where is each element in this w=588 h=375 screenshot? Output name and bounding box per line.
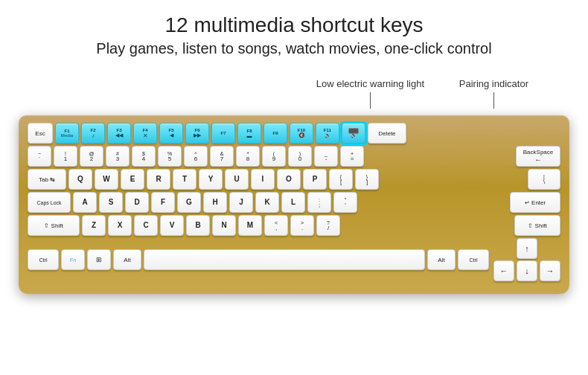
key-ctrl-right[interactable]: Ctrl <box>458 249 489 270</box>
key-y[interactable]: Y <box>199 169 223 190</box>
key-j[interactable]: J <box>229 192 253 213</box>
key-o[interactable]: O <box>277 169 301 190</box>
main-title: 12 multimedia shortcut keys <box>96 13 491 37</box>
bottom-key-row: Ctrl Fn ⊞ Alt Alt Ctrl ↑ ← ↓ → <box>28 238 560 281</box>
key-2[interactable]: @2 <box>80 146 103 167</box>
key-b[interactable]: B <box>186 215 210 236</box>
annotation-line-left <box>370 92 371 109</box>
key-comma[interactable]: <, <box>264 215 288 236</box>
key-caps-lock[interactable]: Caps Lock <box>28 192 71 213</box>
key-arrow-down[interactable]: ↓ <box>517 260 537 281</box>
annotation-row: Low electric warning light Pairing indic… <box>19 78 569 115</box>
key-f11[interactable]: F11🔉 <box>316 123 339 144</box>
low-electric-label: Low electric warning light <box>316 78 424 89</box>
key-6[interactable]: ^6 <box>184 146 208 167</box>
key-f2[interactable]: F2♪ <box>81 123 105 144</box>
key-backspace[interactable]: BackSpace ← <box>516 146 560 167</box>
key-arrow-up[interactable]: ↑ <box>517 238 537 259</box>
number-key-row: ~` !1 @2 #3 $4 %5 ^6 &7 *8 (9 )0 _- += B… <box>28 146 560 167</box>
arrow-key-cluster: ↑ ← ↓ → <box>493 238 560 281</box>
key-slash[interactable]: ?/ <box>316 215 340 236</box>
keyboard-body: Esc F1Media F2♪ F3◀◀ F4✕ F5◀ F6▶▶ F7 F8▬… <box>19 115 569 294</box>
key-tab[interactable]: Tab ↹ <box>28 169 66 190</box>
key-a[interactable]: A <box>73 192 97 213</box>
key-f4[interactable]: F4✕ <box>133 123 157 144</box>
key-7[interactable]: &7 <box>210 146 234 167</box>
key-n[interactable]: N <box>212 215 236 236</box>
key-g[interactable]: G <box>177 192 201 213</box>
key-ctrl-left[interactable]: Ctrl <box>28 249 59 270</box>
key-fn-bottom[interactable]: Fn <box>61 249 85 270</box>
key-delete[interactable]: Delete <box>368 123 406 144</box>
key-c[interactable]: C <box>134 215 158 236</box>
key-s[interactable]: S <box>99 192 123 213</box>
key-windows[interactable]: ⊞ <box>87 249 111 270</box>
key-f3[interactable]: F3◀◀ <box>107 123 131 144</box>
key-v[interactable]: V <box>160 215 184 236</box>
key-3[interactable]: #3 <box>106 146 130 167</box>
key-tilde[interactable]: ~` <box>28 146 51 167</box>
key-p[interactable]: P <box>303 169 327 190</box>
key-rbracket[interactable]: }] <box>355 169 379 190</box>
key-period[interactable]: >. <box>290 215 314 236</box>
key-d[interactable]: D <box>125 192 149 213</box>
asdf-key-row: Caps Lock A S D F G H J K L :; "' ↵ Ente… <box>28 192 560 213</box>
keyboard-area: Low electric warning light Pairing indic… <box>19 78 569 294</box>
fn-key-row: Esc F1Media F2♪ F3◀◀ F4✕ F5◀ F6▶▶ F7 F8▬… <box>28 123 560 144</box>
key-m[interactable]: M <box>238 215 262 236</box>
key-f12[interactable]: F12 🔊 <box>342 123 365 144</box>
low-electric-annotation: Low electric warning light <box>316 78 424 109</box>
key-z[interactable]: Z <box>82 215 106 236</box>
key-backslash[interactable]: |\ <box>528 169 560 190</box>
key-f8[interactable]: F8▬ <box>237 123 261 144</box>
key-f[interactable]: F <box>151 192 175 213</box>
pairing-led <box>348 128 359 134</box>
key-q[interactable]: Q <box>68 169 92 190</box>
key-r[interactable]: R <box>147 169 170 190</box>
key-alt-right[interactable]: Alt <box>427 249 456 270</box>
key-1[interactable]: !1 <box>54 146 77 167</box>
key-u[interactable]: U <box>225 169 249 190</box>
key-x[interactable]: X <box>108 215 132 236</box>
key-l[interactable]: L <box>281 192 305 213</box>
key-space[interactable] <box>144 249 425 270</box>
key-f7[interactable]: F7 <box>211 123 235 144</box>
key-f6[interactable]: F6▶▶ <box>185 123 209 144</box>
key-e[interactable]: E <box>121 169 144 190</box>
key-minus[interactable]: _- <box>314 146 338 167</box>
key-f1[interactable]: F1Media <box>55 123 79 144</box>
key-5[interactable]: %5 <box>158 146 182 167</box>
key-shift-right[interactable]: ⇧ Shift <box>514 215 560 236</box>
key-alt-left[interactable]: Alt <box>113 249 141 270</box>
key-f9[interactable]: F9 <box>263 123 287 144</box>
key-f10[interactable]: F10🔇 <box>290 123 313 144</box>
key-quote[interactable]: "' <box>333 192 357 213</box>
qwerty-key-row: Tab ↹ Q W E R T Y U I O P {[ }] |\ <box>28 169 560 190</box>
pairing-annotation: Pairing indicator <box>459 78 528 109</box>
key-8[interactable]: *8 <box>236 146 260 167</box>
key-9[interactable]: (9 <box>262 146 286 167</box>
key-shift-left[interactable]: ⇧ Shift <box>28 215 80 236</box>
subtitle: Play games, listen to songs, watch movie… <box>96 40 491 57</box>
key-equals[interactable]: += <box>340 146 364 167</box>
key-arrow-right[interactable]: → <box>540 260 560 281</box>
key-k[interactable]: K <box>255 192 279 213</box>
page-container: 12 multimedia shortcut keys Play games, … <box>0 0 588 375</box>
key-f5[interactable]: F5◀ <box>159 123 183 144</box>
key-semicolon[interactable]: :; <box>307 192 331 213</box>
key-h[interactable]: H <box>203 192 227 213</box>
key-4[interactable]: $4 <box>132 146 156 167</box>
key-enter[interactable]: ↵ Enter <box>510 192 560 213</box>
annotation-line-right <box>493 92 494 109</box>
title-section: 12 multimedia shortcut keys Play games, … <box>96 13 491 57</box>
key-lbracket[interactable]: {[ <box>329 169 353 190</box>
key-0[interactable]: )0 <box>288 146 312 167</box>
key-esc[interactable]: Esc <box>28 123 53 144</box>
key-t[interactable]: T <box>173 169 196 190</box>
key-i[interactable]: I <box>251 169 275 190</box>
pairing-label: Pairing indicator <box>459 78 528 89</box>
key-arrow-left[interactable]: ← <box>493 260 514 281</box>
zxcv-key-row: ⇧ Shift Z X C V B N M <, >. ?/ ⇧ Shift <box>28 215 560 236</box>
key-w[interactable]: W <box>95 169 118 190</box>
